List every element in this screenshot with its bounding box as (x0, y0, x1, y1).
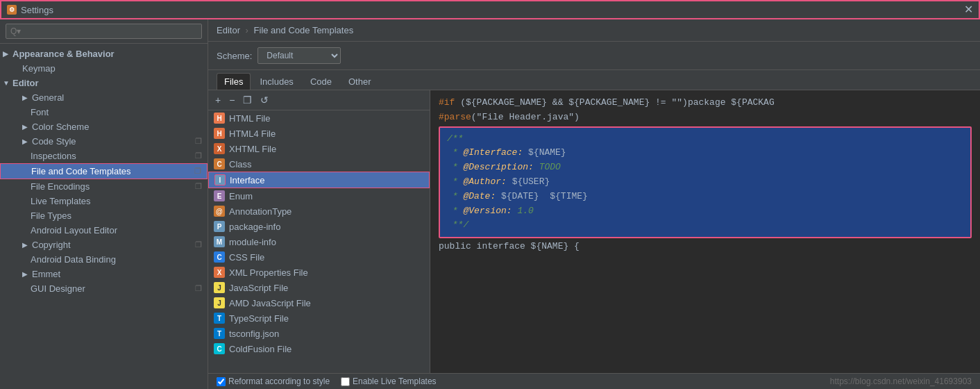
file-item-annotation[interactable]: @ AnnotationType (208, 204, 430, 219)
arrow-icon: ▶ (22, 270, 29, 278)
tab-other[interactable]: Other (341, 73, 379, 90)
file-label: JavaScript File (229, 283, 288, 293)
sidebar-label: Font (31, 107, 49, 117)
file-item-module-info[interactable]: M module-info (208, 234, 430, 249)
breadcrumb-separator: › (246, 25, 248, 35)
live-templates-checkbox[interactable] (341, 377, 350, 386)
selected-code-block: /** * @Interface: ${NAME} * @Description… (439, 126, 972, 239)
interface-icon: I (214, 174, 226, 185)
code-line-5: * @Description: TODO (447, 160, 963, 175)
file-toolbar: + − ❐ ↺ (208, 90, 430, 110)
file-label: Class (229, 159, 252, 169)
sidebar-item-copyright[interactable]: ▶ Copyright ❐ (0, 238, 208, 252)
file-label: HTML File (229, 113, 270, 124)
file-item-html[interactable]: H HTML File (208, 110, 430, 126)
file-item-interface[interactable]: I Interface (208, 172, 430, 188)
file-item-tsconfig[interactable]: T tsconfig.json (208, 326, 430, 341)
file-list-pane: + − ❐ ↺ H HTML File H HTML4 File X XHTML… (208, 90, 430, 373)
file-item-html4[interactable]: H HTML4 File (208, 126, 430, 141)
file-label: AnnotationType (229, 206, 292, 217)
sidebar-item-editor[interactable]: ▼ Editor (0, 76, 208, 90)
module-icon: M (214, 236, 225, 247)
file-label: package-info (229, 222, 280, 232)
file-item-javascript[interactable]: J JavaScript File (208, 280, 430, 295)
file-item-class[interactable]: C Class (208, 156, 430, 172)
xhtml-icon: X (214, 143, 225, 154)
file-item-xhtml[interactable]: X XHTML File (208, 141, 430, 156)
file-item-enum[interactable]: E Enum (208, 188, 430, 204)
sidebar-label: General (32, 92, 64, 103)
sidebar-item-keymap[interactable]: Keymap (0, 61, 208, 76)
file-label: module-info (229, 237, 276, 247)
close-button[interactable]: ✕ (964, 4, 973, 15)
sidebar-label: Emmet (32, 269, 60, 279)
enum-icon: E (214, 190, 225, 201)
sidebar-item-file-types[interactable]: File Types (0, 208, 208, 223)
sidebar-item-inspections[interactable]: Inspections ❐ (0, 149, 208, 163)
sidebar-item-appearance[interactable]: ▶ Appearance & Behavior (0, 47, 208, 61)
file-item-xml-properties[interactable]: X XML Properties File (208, 265, 430, 280)
arrow-icon: ▶ (22, 241, 29, 249)
tab-code[interactable]: Code (303, 73, 339, 90)
search-input[interactable] (6, 24, 202, 39)
sidebar-label: GUI Designer (31, 283, 85, 294)
status-bar: Reformat according to style Enable Live … (208, 373, 980, 389)
sidebar-item-live-templates[interactable]: Live Templates (0, 194, 208, 208)
arrow-icon: ▶ (22, 94, 29, 101)
file-item-amd-javascript[interactable]: J AMD JavaScript File (208, 295, 430, 311)
tabs-row: Files Includes Code Other (208, 70, 980, 90)
file-label: HTML4 File (229, 129, 276, 139)
sidebar-item-general[interactable]: ▶ General (0, 90, 208, 105)
sidebar-item-gui-designer[interactable]: GUI Designer ❐ (0, 281, 208, 296)
sidebar-label: Inspections (31, 151, 76, 161)
tab-includes[interactable]: Includes (252, 73, 301, 90)
html-icon: H (214, 113, 225, 124)
sidebar-label: Color Scheme (32, 122, 89, 132)
file-label: AMD JavaScript File (229, 298, 311, 308)
file-item-typescript[interactable]: T TypeScript File (208, 311, 430, 326)
reset-button[interactable]: ↺ (257, 93, 271, 107)
annotation-icon: @ (214, 206, 225, 217)
cf-icon: C (214, 343, 225, 354)
sidebar-item-android-data-binding[interactable]: Android Data Binding (0, 252, 208, 267)
file-item-package-info[interactable]: P package-info (208, 219, 430, 234)
copy-icon: ❐ (194, 167, 201, 176)
copy-button[interactable]: ❐ (240, 93, 255, 107)
reformat-checkbox[interactable] (217, 377, 226, 386)
sidebar-item-code-style[interactable]: ▶ Code Style ❐ (0, 134, 208, 149)
tab-files[interactable]: Files (217, 73, 251, 90)
file-label: CSS File (229, 252, 264, 263)
html4-icon: H (214, 128, 225, 139)
sidebar-item-font[interactable]: Font (0, 105, 208, 119)
ts-icon: T (214, 313, 225, 324)
class-icon: C (214, 158, 225, 169)
sidebar-label: Copyright (32, 240, 71, 250)
file-label: XML Properties File (229, 267, 308, 278)
sidebar-item-emmet[interactable]: ▶ Emmet (0, 267, 208, 281)
arrow-icon: ▼ (3, 79, 10, 87)
add-button[interactable]: + (212, 93, 223, 107)
sidebar-label: Android Data Binding (31, 254, 116, 265)
scheme-row: Scheme: Default Project (208, 42, 980, 70)
file-item-css[interactable]: C CSS File (208, 249, 430, 265)
sidebar-item-file-encodings[interactable]: File Encodings ❐ (0, 179, 208, 194)
sidebar-label: Appearance & Behavior (12, 49, 115, 59)
code-editor[interactable]: #if (${PACKAGE_NAME} && ${PACKAGE_NAME} … (430, 90, 980, 373)
sidebar-label: File Types (31, 210, 71, 221)
scheme-select[interactable]: Default Project (257, 47, 341, 64)
sidebar-label: Editor (12, 78, 39, 88)
file-label: ColdFusion File (229, 344, 292, 354)
sidebar-item-file-code-templates[interactable]: File and Code Templates ❐ (0, 163, 208, 179)
xml-icon: X (214, 267, 225, 278)
main-container: ▶ Appearance & Behavior Keymap ▼ Editor … (0, 19, 980, 389)
css-icon: C (214, 251, 225, 263)
code-line-4: * @Interface: ${NAME} (447, 146, 963, 160)
code-line-2: #parse("File Header.java") (439, 110, 972, 125)
remove-button[interactable]: − (226, 93, 237, 107)
sidebar-item-color-scheme[interactable]: ▶ Color Scheme (0, 119, 208, 134)
sidebar-item-android-layout-editor[interactable]: Android Layout Editor (0, 223, 208, 238)
sidebar-label: Code Style (32, 136, 76, 147)
scheme-label: Scheme: (217, 51, 252, 61)
file-item-coldfusion[interactable]: C ColdFusion File (208, 341, 430, 356)
copy-icon: ❐ (195, 137, 202, 146)
